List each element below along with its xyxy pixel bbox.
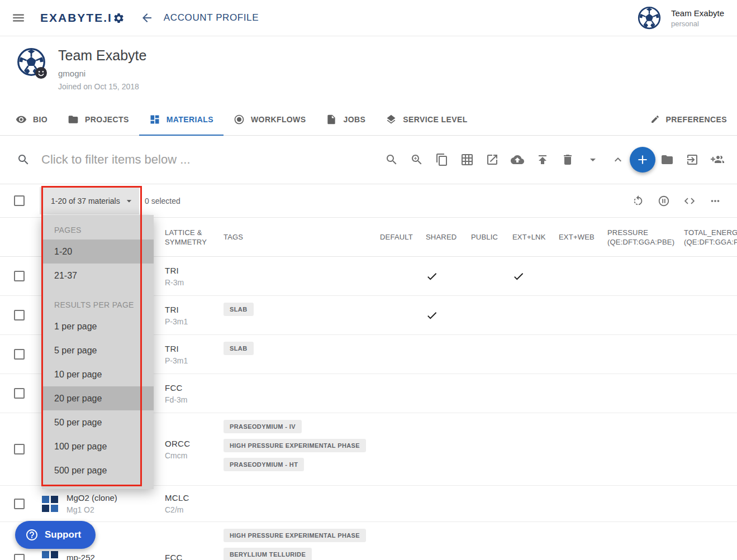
- menu-item[interactable]: 50 per page: [42, 410, 154, 434]
- tags-cell: [224, 374, 379, 413]
- account-type: personal: [671, 20, 724, 28]
- row-checkbox[interactable]: [14, 388, 25, 399]
- row-checkbox[interactable]: [14, 349, 25, 360]
- tab-materials[interactable]: MATERIALS: [139, 103, 224, 135]
- column-header-shared[interactable]: SHARED: [425, 218, 470, 256]
- menu-section-pages: PAGES: [42, 221, 154, 240]
- account-switcher[interactable]: Team Exabyte personal: [671, 8, 724, 28]
- row-checkbox[interactable]: [14, 499, 25, 509]
- profile-tabs: BIO PROJECTS MATERIALS WORKFLOWS JOBS SE…: [0, 103, 737, 136]
- column-header-tags[interactable]: TAGS: [224, 218, 379, 256]
- page-title: ACCOUNT PROFILE: [164, 12, 259, 23]
- tab-label: SERVICE LEVEL: [403, 115, 467, 124]
- account-name: Team Exabyte: [671, 8, 724, 18]
- eye-icon: [16, 114, 27, 125]
- toolbar-collapse: [611, 153, 625, 166]
- caret-down-icon[interactable]: [586, 153, 600, 166]
- selection-actions: [632, 195, 721, 207]
- search-icon: [17, 153, 30, 166]
- tag-chip: BERYLLIUM TELLURIDE: [224, 548, 312, 560]
- tab-projects[interactable]: PROJECTS: [58, 103, 139, 135]
- grid-icon[interactable]: [460, 153, 474, 166]
- group-add-icon[interactable]: [711, 153, 724, 166]
- tab-jobs[interactable]: JOBS: [316, 103, 375, 135]
- column-header-default[interactable]: DEFAULT: [379, 218, 425, 256]
- profile-avatar: [17, 47, 46, 76]
- pagination-dropdown-button[interactable]: 1-20 of 37 materials: [40, 187, 139, 214]
- profile-joined-date: Joined on Oct 15, 2018: [58, 82, 146, 91]
- filter-input[interactable]: [41, 152, 374, 167]
- code-icon[interactable]: [683, 195, 696, 207]
- tag-chip: SLAB: [224, 342, 254, 355]
- material-formula: Mg1 O2: [66, 505, 117, 514]
- column-header-public[interactable]: PUBLIC: [470, 218, 511, 256]
- zoom-in-icon[interactable]: [410, 153, 424, 166]
- delete-icon[interactable]: [561, 153, 574, 166]
- folder-icon[interactable]: [660, 153, 674, 166]
- menu-item[interactable]: 21-37: [42, 264, 154, 288]
- column-header-total-energy[interactable]: TOTAL_ENERGY (QE:DFT:GGA:PBE): [683, 218, 737, 256]
- lattice-type: MCLC: [165, 493, 224, 502]
- app-header: EXABYTE.I ACCOUNT PROFILE Team Exabyte p…: [0, 0, 737, 36]
- menu-item[interactable]: 100 per page: [42, 434, 154, 458]
- profile-name: Team Exabyte: [58, 47, 146, 64]
- menu-section-per-page: RESULTS PER PAGE: [42, 295, 154, 314]
- rotate-left-icon[interactable]: [632, 195, 644, 207]
- symmetry-group: Cmcm: [165, 451, 224, 460]
- tag-chip: HIGH PRESSURE EXPERIMENTAL PHASE: [224, 529, 366, 542]
- add-material-fab[interactable]: [630, 147, 655, 173]
- publish-icon[interactable]: [536, 153, 549, 166]
- more-horiz-icon[interactable]: [709, 195, 721, 207]
- column-header-ext-lnk[interactable]: EXT+LNK: [511, 218, 558, 256]
- copy-icon[interactable]: [435, 153, 449, 166]
- material-name: MgO2 (clone): [66, 493, 117, 502]
- pause-circle-icon[interactable]: [658, 195, 670, 207]
- symmetry-group: C2/m: [165, 505, 224, 514]
- row-checkbox[interactable]: [14, 444, 25, 454]
- table-row[interactable]: MgO2 (clone)Mg1 O2 MCLCC2/m: [0, 486, 737, 522]
- account-avatar[interactable]: [638, 6, 661, 30]
- tab-bio[interactable]: BIO: [6, 103, 58, 135]
- table-row[interactable]: mp-252 FCC HIGH PRESSURE EXPERIMENTAL PH…: [0, 522, 737, 560]
- search-icon[interactable]: [385, 153, 398, 166]
- back-arrow-icon[interactable]: [140, 11, 154, 25]
- tab-label: MATERIALS: [167, 115, 213, 124]
- open-in-new-icon[interactable]: [486, 153, 499, 166]
- menu-page-options: 1-2021-37: [42, 240, 154, 288]
- exabyte-logo[interactable]: EXABYTE.I: [40, 11, 125, 25]
- menu-item[interactable]: 1 per page: [42, 314, 154, 338]
- toolbar-actions-right: [660, 153, 724, 166]
- column-header-pressure[interactable]: PRESSURE (QE:DFT:GGA:PBE): [606, 218, 683, 256]
- tab-service-level[interactable]: SERVICE LEVEL: [375, 103, 477, 135]
- pencil-icon: [650, 114, 660, 124]
- tag-chip: HIGH PRESSURE EXPERIMENTAL PHASE: [224, 439, 366, 452]
- tab-label: WORKFLOWS: [251, 115, 306, 124]
- menu-icon[interactable]: [11, 11, 26, 25]
- logo-text: EXABYTE.I: [40, 11, 112, 25]
- preferences-button[interactable]: PREFERENCES: [640, 103, 731, 135]
- lattice-type: TRI: [165, 266, 224, 275]
- symmetry-group: P-3m1: [165, 356, 224, 365]
- column-header-lattice[interactable]: LATTICE & SYMMETRY: [165, 218, 224, 256]
- menu-item[interactable]: 20 per page: [42, 386, 154, 410]
- menu-item[interactable]: 5 per page: [42, 338, 154, 362]
- tab-label: JOBS: [343, 115, 365, 124]
- chevron-up-icon[interactable]: [611, 153, 625, 166]
- row-checkbox[interactable]: [14, 271, 25, 281]
- row-checkbox[interactable]: [14, 554, 25, 560]
- tab-workflows[interactable]: WORKFLOWS: [224, 103, 316, 135]
- support-button[interactable]: Support: [15, 521, 96, 549]
- tags-cell: PRASEODYMIUM - IVHIGH PRESSURE EXPERIMEN…: [224, 413, 379, 485]
- support-label: Support: [45, 529, 81, 540]
- profile-section: Team Exabyte gmogni Joined on Oct 15, 20…: [0, 36, 737, 103]
- exit-to-app-icon[interactable]: [686, 153, 699, 166]
- lattice-type: TRI: [165, 305, 224, 314]
- menu-item[interactable]: 10 per page: [42, 362, 154, 386]
- tags-cell: HIGH PRESSURE EXPERIMENTAL PHASEBERYLLIU…: [224, 522, 379, 560]
- menu-item[interactable]: 500 per page: [42, 458, 154, 482]
- row-checkbox[interactable]: [14, 310, 25, 320]
- cloud-upload-icon[interactable]: [511, 153, 524, 166]
- column-header-ext-web[interactable]: EXT+WEB: [558, 218, 606, 256]
- menu-item[interactable]: 1-20: [42, 240, 154, 264]
- select-all-checkbox[interactable]: [14, 195, 25, 206]
